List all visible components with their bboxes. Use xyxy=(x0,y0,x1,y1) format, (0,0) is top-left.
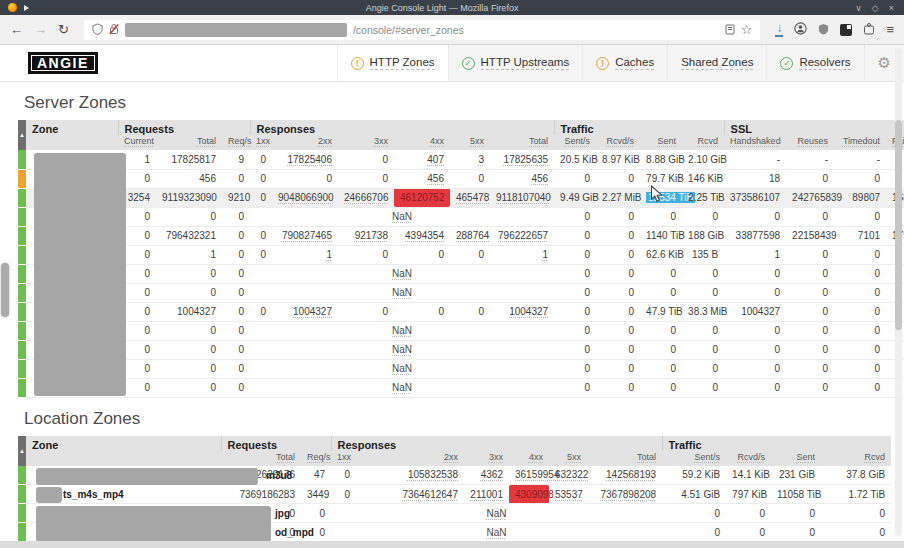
close-button[interactable]: × xyxy=(889,3,894,13)
column-header[interactable]: Handshaked xyxy=(724,135,786,150)
warning-icon: ! xyxy=(596,57,609,70)
cell: 0 xyxy=(338,245,394,264)
cell: 9118107040 xyxy=(490,188,554,207)
cell: 0 xyxy=(786,264,834,283)
cell: 0 xyxy=(596,321,640,340)
column-header[interactable]: Sent/s xyxy=(662,451,726,466)
cell: 47 xyxy=(301,466,331,485)
reload-icon[interactable]: ↻ xyxy=(58,23,69,36)
maximize-button[interactable]: ◇ xyxy=(872,3,879,13)
tab-label: Caches xyxy=(615,56,654,70)
column-header[interactable]: 1xx xyxy=(331,451,356,466)
column-header[interactable]: Total xyxy=(587,451,662,466)
forward-icon[interactable]: → xyxy=(34,23,47,36)
table-row[interactable]: 0100432700100432700010043270047.9 TiB38.… xyxy=(18,302,904,321)
left-scroll-handle[interactable] xyxy=(1,263,9,317)
cell: 0 xyxy=(682,359,724,378)
column-header[interactable]: 4xx xyxy=(394,135,450,150)
table-row[interactable]: 1178258179017825406040731782563520.5 KiB… xyxy=(18,150,904,169)
tab-caches[interactable]: ! Caches xyxy=(583,45,668,81)
cell: 0 xyxy=(554,264,596,283)
server-zones-title: Server Zones xyxy=(24,93,886,113)
tab-resolvers[interactable]: ✓ Resolvers xyxy=(767,45,864,81)
minimize-button[interactable]: ∨ xyxy=(855,3,862,13)
bookmark-star-icon[interactable]: ☆ xyxy=(741,23,753,36)
column-header[interactable]: 2xx xyxy=(272,135,338,150)
column-header[interactable]: Timedout xyxy=(834,135,886,150)
table-row[interactable]: 000NaN00000000 xyxy=(18,283,904,302)
cell: 0 xyxy=(786,207,834,226)
table-row[interactable]: 000NaN00000000 xyxy=(18,340,904,359)
cell[interactable]: 4309098 xyxy=(509,485,549,504)
column-header[interactable]: Req/s xyxy=(222,135,250,150)
column-header[interactable]: Reuses xyxy=(786,135,834,150)
column-header[interactable]: 5xx xyxy=(549,451,587,466)
cell: 146 KiB xyxy=(682,169,724,188)
tab-shared-zones[interactable]: Shared Zones xyxy=(668,45,767,81)
table-row[interactable]: ts_m4s_mp4736918628334490736461264721100… xyxy=(18,485,891,504)
shield-icon[interactable] xyxy=(92,21,103,39)
column-header[interactable]: Total xyxy=(156,135,222,150)
table-row[interactable]: 0796432321007908274659217384394354288764… xyxy=(18,226,904,245)
cell: 0 xyxy=(682,321,724,340)
column-header[interactable]: Current xyxy=(118,135,156,150)
column-header[interactable]: 2xx xyxy=(356,451,464,466)
cell: 0 xyxy=(156,340,222,359)
cell: 0 xyxy=(222,359,250,378)
status-strip xyxy=(18,283,26,302)
column-header[interactable]: Req/s xyxy=(301,451,331,466)
column-header-zone[interactable]: Zone xyxy=(26,436,221,466)
column-header[interactable]: Total xyxy=(221,451,301,466)
scrollbar-thumb[interactable] xyxy=(895,120,902,330)
downloads-icon[interactable]: ↓ xyxy=(775,22,783,37)
cell: 1004327 xyxy=(272,302,338,321)
table-row[interactable]: 000NaN00000000 xyxy=(18,359,904,378)
cell: 0 xyxy=(250,226,272,245)
back-icon[interactable]: ← xyxy=(10,23,23,36)
column-header[interactable]: 4xx xyxy=(509,451,549,466)
cell: 0 xyxy=(222,321,250,340)
column-header[interactable]: 3xx xyxy=(338,135,394,150)
table-row[interactable]: 000NaN00000000 xyxy=(18,378,904,397)
table-row[interactable]: 0100100010062.6 KiB135 B1000 xyxy=(18,245,904,264)
table-row[interactable]: 000NaN00000000 xyxy=(18,207,904,226)
table-row[interactable]: 000NaN00000000 xyxy=(18,264,904,283)
scrollbar-track[interactable] xyxy=(895,48,902,536)
url-bar[interactable]: /console/#server_zones ☆ xyxy=(84,20,761,40)
column-header[interactable]: Total xyxy=(490,135,554,150)
column-header[interactable]: Rcvd/s xyxy=(596,135,640,150)
column-header[interactable]: 3xx xyxy=(464,451,509,466)
column-header[interactable]: Sent xyxy=(771,451,821,466)
protection-shield-icon[interactable] xyxy=(818,21,829,39)
cell: 7101 xyxy=(834,226,886,245)
table-row[interactable]: 3254911932309092100904806690024666706461… xyxy=(18,188,904,207)
column-header[interactable]: Rcvd xyxy=(821,451,891,466)
column-header[interactable]: 1xx xyxy=(250,135,272,150)
page-content: Server Zones ▲ZoneRequestsResponsesTraff… xyxy=(0,93,904,542)
sort-asc-icon[interactable]: ▲ xyxy=(18,436,26,466)
status-strip xyxy=(18,523,26,542)
reader-mode-icon[interactable] xyxy=(725,21,735,39)
column-header[interactable]: Rcvd/s xyxy=(726,451,771,466)
sort-asc-icon[interactable]: ▲ xyxy=(18,120,26,150)
tab-http-zones[interactable]: ! HTTP Zones xyxy=(338,45,449,81)
cell: 790827465 xyxy=(272,226,338,245)
menu-icon[interactable]: ≡ xyxy=(886,23,894,36)
insecure-lock-icon[interactable] xyxy=(109,21,119,39)
cell: 0 xyxy=(786,302,834,321)
url-path-text[interactable]: /console/#server_zones xyxy=(353,24,719,36)
table-row[interactable]: 0456000045604560079.7 KiB146 KiB18003 xyxy=(18,169,904,188)
column-header[interactable]: Sent xyxy=(640,135,682,150)
extension-dark-icon[interactable] xyxy=(840,24,852,36)
tab-http-upstreams[interactable]: ✓ HTTP Upstreams xyxy=(449,45,584,81)
column-header[interactable]: 5xx xyxy=(450,135,490,150)
column-header-zone[interactable]: Zone xyxy=(26,120,118,150)
column-header[interactable]: Rcvd xyxy=(682,135,724,150)
account-icon[interactable] xyxy=(794,21,807,39)
window-bottom-edge xyxy=(0,541,904,548)
cell[interactable]: 46120752 xyxy=(394,188,450,207)
extension-icon[interactable] xyxy=(863,21,875,39)
column-header[interactable]: Sent/s xyxy=(554,135,596,150)
table-row[interactable]: 000NaN00000000 xyxy=(18,321,904,340)
cell: 0 xyxy=(834,340,886,359)
